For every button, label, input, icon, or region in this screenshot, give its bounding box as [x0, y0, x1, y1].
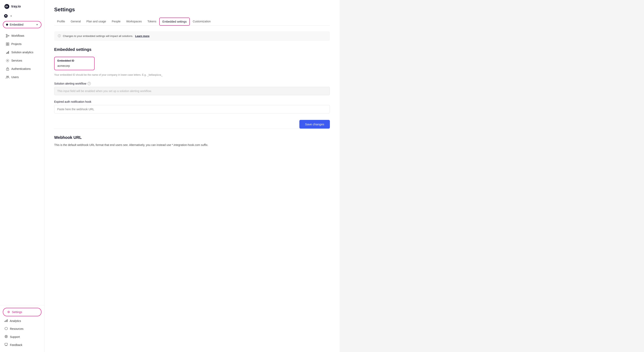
- svg-rect-9: [7, 52, 8, 54]
- tab-plan-and-usage[interactable]: Plan and usage: [84, 18, 109, 25]
- sidebar-item-feedback-label: Feedback: [10, 343, 22, 347]
- sidebar-bottom: ⚙ Settings Analytics Resources Support: [0, 305, 44, 352]
- gear-icon: ⚙: [7, 310, 10, 314]
- expired-auth-input[interactable]: [54, 105, 330, 113]
- sidebar-item-projects[interactable]: Projects: [2, 40, 43, 48]
- tray-logo-icon: [4, 4, 10, 9]
- svg-rect-5: [8, 43, 9, 44]
- user-menu[interactable]: ▼: [0, 12, 44, 21]
- sidebar-item-support[interactable]: Support: [0, 333, 44, 341]
- sidebar-item-authentications[interactable]: Authentications: [2, 65, 43, 73]
- sidebar: tray.io ▼ Embedded ▼ Workflows Projects: [0, 0, 44, 352]
- embedded-id-value: acmecorp: [54, 63, 94, 70]
- embedded-label: Embedded: [10, 23, 34, 26]
- embedded-id-label: Embedded ID: [54, 57, 94, 63]
- svg-rect-8: [6, 53, 7, 54]
- sidebar-item-resources[interactable]: Resources: [0, 325, 44, 333]
- settings-tabs: Profile General Plan and usage People Wo…: [54, 17, 330, 26]
- sidebar-item-workflows-label: Workflows: [11, 34, 24, 37]
- svg-point-13: [7, 69, 8, 70]
- tab-tokens[interactable]: Tokens: [144, 18, 159, 25]
- embedded-id-hint: Your embedded ID should be the name of y…: [54, 73, 330, 76]
- sidebar-item-authentications-label: Authentications: [11, 67, 31, 70]
- save-changes-button[interactable]: Save changes: [299, 120, 330, 129]
- learn-more-link[interactable]: Learn more: [135, 34, 150, 37]
- sidebar-item-feedback[interactable]: Feedback: [0, 341, 44, 349]
- tab-profile[interactable]: Profile: [54, 18, 68, 25]
- lock-icon: [6, 67, 9, 71]
- main-content: Settings Profile General Plan and usage …: [44, 0, 644, 352]
- sidebar-item-settings-label: Settings: [12, 310, 22, 314]
- solution-alerting-input: This input field will be enabled when yo…: [54, 87, 330, 95]
- feedback-icon: [4, 343, 8, 347]
- sidebar-item-solution-analytics[interactable]: Solution analytics: [2, 48, 43, 56]
- info-banner: ⓘ Changes to your embedded settings will…: [54, 31, 330, 41]
- webhook-description: This is the default webhook URL format t…: [54, 143, 330, 147]
- page-title: Settings: [54, 6, 330, 13]
- tab-customization[interactable]: Customization: [190, 18, 214, 25]
- webhook-title: Webhook URL: [54, 135, 330, 140]
- main-nav: Workflows Projects Solution analytics Se…: [0, 31, 44, 305]
- sidebar-item-services-label: Services: [11, 59, 22, 62]
- sidebar-item-users[interactable]: Users: [2, 73, 43, 81]
- resources-icon: [4, 327, 8, 331]
- user-chevron-icon: ▼: [10, 15, 12, 17]
- svg-point-11: [7, 60, 8, 61]
- sidebar-item-analytics-label: Analytics: [10, 319, 21, 323]
- svg-rect-17: [6, 320, 6, 322]
- embedded-chevron-icon: ▼: [36, 23, 38, 26]
- analytics-icon: [4, 319, 8, 323]
- services-icon: [6, 59, 9, 62]
- svg-rect-18: [7, 319, 8, 322]
- sidebar-item-analytics[interactable]: Analytics: [0, 317, 44, 325]
- expired-auth-field: Expired auth notification hook: [54, 100, 330, 113]
- tab-embedded-settings[interactable]: Embedded settings: [159, 17, 190, 26]
- section-divider: [54, 129, 330, 129]
- embedded-dot: [6, 24, 8, 26]
- svg-rect-1: [6, 34, 7, 35]
- sidebar-item-users-label: Users: [11, 75, 19, 79]
- embedded-id-card: Embedded ID acmecorp: [54, 57, 94, 70]
- svg-point-15: [8, 76, 9, 77]
- expired-auth-label: Expired auth notification hook: [54, 100, 330, 103]
- svg-rect-7: [8, 44, 9, 45]
- embedded-settings-title: Embedded settings: [54, 47, 330, 52]
- solution-alerting-label: Solution alerting workflow ?: [54, 82, 330, 85]
- sidebar-item-settings[interactable]: ⚙ Settings: [3, 308, 42, 316]
- sidebar-item-resources-label: Resources: [10, 327, 24, 330]
- tab-people[interactable]: People: [109, 18, 124, 25]
- logo-text: tray.io: [11, 5, 21, 8]
- svg-rect-4: [6, 43, 7, 44]
- sidebar-item-projects-label: Projects: [11, 42, 22, 46]
- sidebar-item-solution-analytics-label: Solution analytics: [11, 51, 33, 54]
- svg-rect-6: [6, 44, 7, 45]
- sidebar-item-services[interactable]: Services: [2, 56, 43, 65]
- workflow-icon: [6, 34, 9, 37]
- svg-rect-21: [5, 343, 8, 345]
- svg-rect-16: [5, 321, 5, 322]
- logo: tray.io: [0, 0, 44, 12]
- solution-analytics-icon: [6, 50, 9, 54]
- support-icon: [4, 335, 8, 339]
- svg-rect-10: [8, 51, 9, 54]
- sidebar-item-workflows[interactable]: Workflows: [2, 32, 43, 40]
- tab-workspaces[interactable]: Workspaces: [123, 18, 144, 25]
- solution-alerting-help-icon[interactable]: ?: [88, 82, 91, 85]
- info-banner-text: Changes to your embedded settings will i…: [63, 34, 133, 37]
- projects-icon: [6, 42, 9, 46]
- svg-point-20: [6, 336, 7, 337]
- tab-general[interactable]: General: [68, 18, 84, 25]
- embedded-selector[interactable]: Embedded ▼: [3, 21, 42, 28]
- svg-point-14: [6, 76, 8, 77]
- svg-rect-3: [6, 36, 7, 37]
- svg-rect-2: [8, 35, 9, 36]
- user-avatar: [4, 14, 8, 18]
- users-icon: [6, 75, 9, 79]
- content-area: ⓘ Changes to your embedded settings will…: [54, 26, 330, 147]
- info-icon: ⓘ: [58, 34, 61, 38]
- sidebar-item-support-label: Support: [10, 335, 20, 339]
- solution-alerting-field: Solution alerting workflow ? This input …: [54, 82, 330, 95]
